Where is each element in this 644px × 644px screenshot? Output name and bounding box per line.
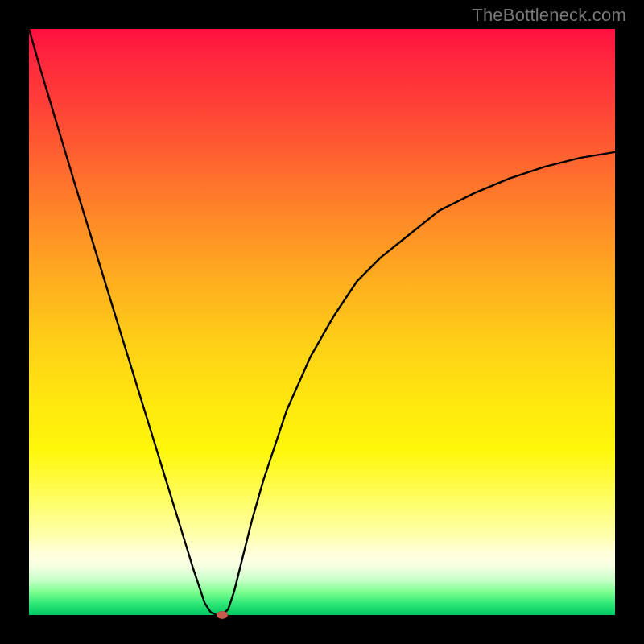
watermark-text: TheBottleneck.com bbox=[472, 5, 626, 26]
bottleneck-curve bbox=[29, 29, 615, 615]
chart-frame: TheBottleneck.com bbox=[0, 0, 644, 644]
optimum-marker bbox=[217, 611, 228, 619]
plot-area bbox=[29, 29, 615, 615]
